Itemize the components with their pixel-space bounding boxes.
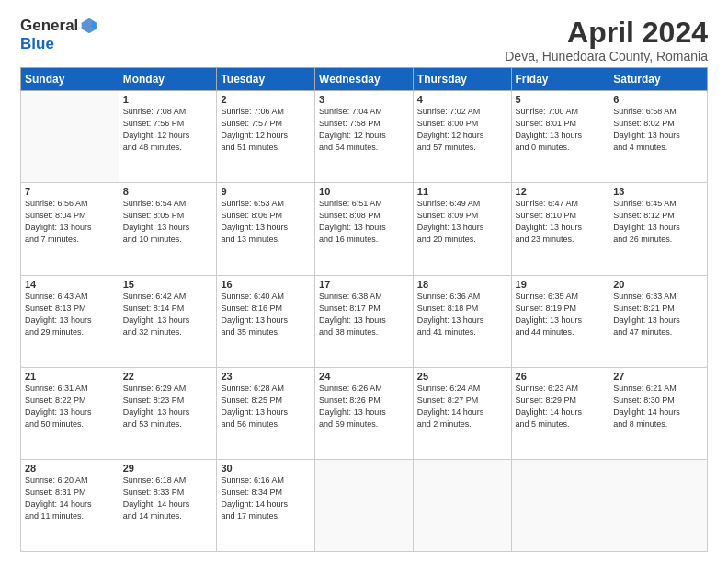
day-number: 18 [417, 279, 507, 290]
day-info: Sunrise: 6:51 AMSunset: 8:08 PMDaylight:… [319, 198, 409, 246]
day-number: 1 [123, 94, 213, 105]
calendar-cell: 13Sunrise: 6:45 AMSunset: 8:12 PMDayligh… [609, 183, 708, 275]
day-info: Sunrise: 6:38 AMSunset: 8:17 PMDaylight:… [319, 291, 409, 339]
day-info: Sunrise: 6:40 AMSunset: 8:16 PMDaylight:… [221, 291, 311, 339]
day-info: Sunrise: 6:54 AMSunset: 8:05 PMDaylight:… [123, 198, 213, 246]
day-info: Sunrise: 6:24 AMSunset: 8:27 PMDaylight:… [417, 383, 507, 431]
calendar-cell [511, 459, 609, 551]
calendar-week-row: 21Sunrise: 6:31 AMSunset: 8:22 PMDayligh… [21, 367, 708, 459]
day-number: 2 [221, 94, 311, 105]
logo-icon [80, 17, 98, 35]
day-number: 19 [516, 279, 606, 290]
calendar-cell: 28Sunrise: 6:20 AMSunset: 8:31 PMDayligh… [21, 459, 119, 551]
calendar-week-row: 28Sunrise: 6:20 AMSunset: 8:31 PMDayligh… [21, 459, 708, 551]
header: General Blue April 2024 Deva, Hunedoara … [20, 17, 708, 63]
day-number: 15 [123, 279, 213, 290]
day-number: 5 [516, 94, 606, 105]
day-number: 20 [613, 279, 703, 290]
calendar-cell: 18Sunrise: 6:36 AMSunset: 8:18 PMDayligh… [413, 275, 511, 367]
day-info: Sunrise: 6:26 AMSunset: 8:26 PMDaylight:… [319, 383, 409, 431]
day-number: 14 [25, 279, 115, 290]
day-info: Sunrise: 6:29 AMSunset: 8:23 PMDaylight:… [123, 383, 213, 431]
day-number: 4 [417, 94, 507, 105]
calendar-cell: 16Sunrise: 6:40 AMSunset: 8:16 PMDayligh… [217, 275, 315, 367]
calendar-cell: 25Sunrise: 6:24 AMSunset: 8:27 PMDayligh… [413, 367, 511, 459]
day-number: 17 [319, 279, 409, 290]
day-number: 24 [319, 371, 409, 382]
day-number: 8 [123, 186, 213, 197]
calendar-cell: 2Sunrise: 7:06 AMSunset: 7:57 PMDaylight… [217, 91, 315, 183]
calendar-cell: 30Sunrise: 6:16 AMSunset: 8:34 PMDayligh… [217, 459, 315, 551]
day-info: Sunrise: 7:08 AMSunset: 7:56 PMDaylight:… [123, 106, 213, 154]
day-info: Sunrise: 7:04 AMSunset: 7:58 PMDaylight:… [319, 106, 409, 154]
calendar-cell: 4Sunrise: 7:02 AMSunset: 8:00 PMDaylight… [413, 91, 511, 183]
calendar-cell: 7Sunrise: 6:56 AMSunset: 8:04 PMDaylight… [21, 183, 119, 275]
day-info: Sunrise: 6:43 AMSunset: 8:13 PMDaylight:… [25, 291, 115, 339]
logo: General Blue [20, 17, 98, 53]
day-info: Sunrise: 6:49 AMSunset: 8:09 PMDaylight:… [417, 198, 507, 246]
calendar-cell: 22Sunrise: 6:29 AMSunset: 8:23 PMDayligh… [119, 367, 217, 459]
day-info: Sunrise: 7:06 AMSunset: 7:57 PMDaylight:… [221, 106, 311, 154]
day-info: Sunrise: 6:28 AMSunset: 8:25 PMDaylight:… [221, 383, 311, 431]
day-info: Sunrise: 6:35 AMSunset: 8:19 PMDaylight:… [516, 291, 606, 339]
day-info: Sunrise: 7:00 AMSunset: 8:01 PMDaylight:… [516, 106, 606, 154]
day-number: 26 [516, 371, 606, 382]
day-info: Sunrise: 6:21 AMSunset: 8:30 PMDaylight:… [613, 383, 703, 431]
calendar-cell [315, 459, 414, 551]
day-info: Sunrise: 6:45 AMSunset: 8:12 PMDaylight:… [613, 198, 703, 246]
page: General Blue April 2024 Deva, Hunedoara … [0, 0, 728, 563]
calendar-cell: 8Sunrise: 6:54 AMSunset: 8:05 PMDaylight… [119, 183, 217, 275]
calendar-cell: 20Sunrise: 6:33 AMSunset: 8:21 PMDayligh… [609, 275, 708, 367]
calendar-cell: 17Sunrise: 6:38 AMSunset: 8:17 PMDayligh… [315, 275, 414, 367]
calendar-header-row: SundayMondayTuesdayWednesdayThursdayFrid… [21, 68, 708, 91]
calendar-cell: 9Sunrise: 6:53 AMSunset: 8:06 PMDaylight… [217, 183, 315, 275]
calendar-cell: 26Sunrise: 6:23 AMSunset: 8:29 PMDayligh… [511, 367, 609, 459]
weekday-header: Wednesday [315, 68, 414, 91]
day-number: 9 [221, 186, 311, 197]
day-number: 27 [613, 371, 703, 382]
month-title: April 2024 [505, 17, 708, 49]
weekday-header: Tuesday [217, 68, 315, 91]
weekday-header: Monday [119, 68, 217, 91]
day-info: Sunrise: 6:42 AMSunset: 8:14 PMDaylight:… [123, 291, 213, 339]
calendar-cell [21, 91, 119, 183]
day-number: 13 [613, 186, 703, 197]
calendar-cell: 15Sunrise: 6:42 AMSunset: 8:14 PMDayligh… [119, 275, 217, 367]
calendar-cell: 29Sunrise: 6:18 AMSunset: 8:33 PMDayligh… [119, 459, 217, 551]
day-number: 30 [221, 463, 311, 474]
calendar-cell: 24Sunrise: 6:26 AMSunset: 8:26 PMDayligh… [315, 367, 414, 459]
location-subtitle: Deva, Hunedoara County, Romania [505, 49, 708, 63]
calendar-week-row: 1Sunrise: 7:08 AMSunset: 7:56 PMDaylight… [21, 91, 708, 183]
calendar-week-row: 14Sunrise: 6:43 AMSunset: 8:13 PMDayligh… [21, 275, 708, 367]
calendar-cell: 11Sunrise: 6:49 AMSunset: 8:09 PMDayligh… [413, 183, 511, 275]
day-info: Sunrise: 6:20 AMSunset: 8:31 PMDaylight:… [25, 475, 115, 523]
calendar-cell: 1Sunrise: 7:08 AMSunset: 7:56 PMDaylight… [119, 91, 217, 183]
calendar-cell: 10Sunrise: 6:51 AMSunset: 8:08 PMDayligh… [315, 183, 414, 275]
day-number: 3 [319, 94, 409, 105]
weekday-header: Thursday [413, 68, 511, 91]
day-number: 6 [613, 94, 703, 105]
day-info: Sunrise: 7:02 AMSunset: 8:00 PMDaylight:… [417, 106, 507, 154]
calendar-cell: 3Sunrise: 7:04 AMSunset: 7:58 PMDaylight… [315, 91, 414, 183]
day-number: 25 [417, 371, 507, 382]
day-number: 28 [25, 463, 115, 474]
day-info: Sunrise: 6:16 AMSunset: 8:34 PMDaylight:… [221, 475, 311, 523]
day-number: 16 [221, 279, 311, 290]
day-info: Sunrise: 6:36 AMSunset: 8:18 PMDaylight:… [417, 291, 507, 339]
day-info: Sunrise: 6:53 AMSunset: 8:06 PMDaylight:… [221, 198, 311, 246]
day-info: Sunrise: 6:47 AMSunset: 8:10 PMDaylight:… [516, 198, 606, 246]
day-info: Sunrise: 6:33 AMSunset: 8:21 PMDaylight:… [613, 291, 703, 339]
day-info: Sunrise: 6:18 AMSunset: 8:33 PMDaylight:… [123, 475, 213, 523]
calendar-cell: 27Sunrise: 6:21 AMSunset: 8:30 PMDayligh… [609, 367, 708, 459]
day-number: 22 [123, 371, 213, 382]
logo-general-text: General [20, 17, 78, 35]
day-number: 23 [221, 371, 311, 382]
day-info: Sunrise: 6:31 AMSunset: 8:22 PMDaylight:… [25, 383, 115, 431]
day-number: 10 [319, 186, 409, 197]
calendar-cell [413, 459, 511, 551]
day-number: 29 [123, 463, 213, 474]
calendar-cell [609, 459, 708, 551]
calendar-cell: 23Sunrise: 6:28 AMSunset: 8:25 PMDayligh… [217, 367, 315, 459]
day-number: 7 [25, 186, 115, 197]
calendar-cell: 12Sunrise: 6:47 AMSunset: 8:10 PMDayligh… [511, 183, 609, 275]
